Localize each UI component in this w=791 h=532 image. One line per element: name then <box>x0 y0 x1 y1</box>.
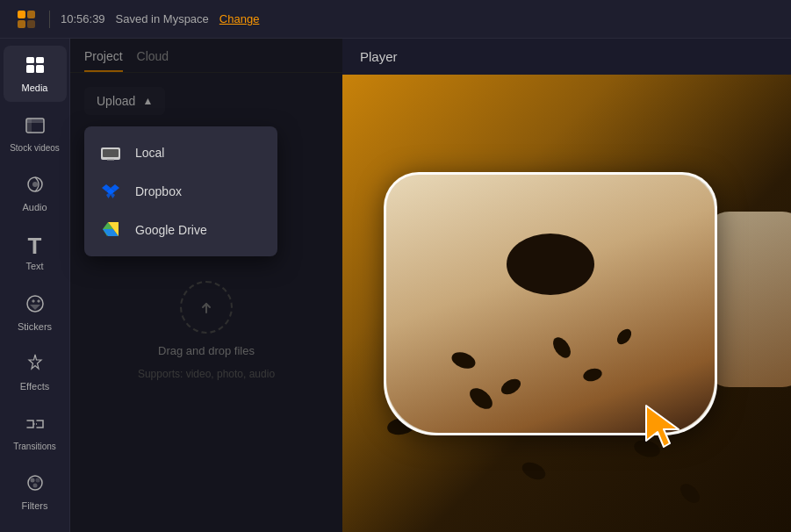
topbar-time: 10:56:39 <box>61 12 105 25</box>
sidebar-label-stickers: Stickers <box>18 321 52 332</box>
coffee-bag-main <box>384 172 717 435</box>
topbar: 10:56:39 Saved in Myspace Change <box>0 0 791 39</box>
audio-icon <box>25 174 46 198</box>
svg-rect-6 <box>26 65 34 73</box>
tab-cloud[interactable]: Cloud <box>137 49 169 72</box>
effects-icon <box>25 353 46 377</box>
player-title: Player <box>342 39 791 75</box>
sidebar-label-effects: Effects <box>20 381 49 392</box>
dropdown-label-dropbox: Dropbox <box>135 184 182 198</box>
drop-upload-icon <box>180 281 233 334</box>
sidebar-label-text: Text <box>25 261 43 271</box>
svg-rect-19 <box>103 149 119 157</box>
coffee-background <box>342 75 791 532</box>
app-logo <box>14 7 39 32</box>
sidebar-label-transitions: Transitions <box>13 442 56 451</box>
stock-videos-icon <box>25 115 46 140</box>
player-area: Player <box>342 39 791 532</box>
dropbox-icon <box>98 183 123 200</box>
topbar-saved-text: Saved in Myspace <box>116 12 209 25</box>
media-panel: Project Cloud Upload ▲ Local <box>70 39 342 532</box>
upload-section: Upload ▲ <box>70 73 342 129</box>
svg-rect-5 <box>36 57 44 63</box>
sidebar: Media Stock videos Audio <box>0 39 70 532</box>
filters-icon <box>25 472 46 497</box>
svg-rect-1 <box>27 11 35 18</box>
upload-arrow-icon: ▲ <box>142 95 153 107</box>
bag-hole <box>507 234 594 295</box>
sidebar-item-audio[interactable]: Audio <box>4 165 67 221</box>
sidebar-label-filters: Filters <box>22 500 48 511</box>
sidebar-item-text[interactable]: T Text <box>4 225 67 281</box>
tab-project[interactable]: Project <box>84 49 123 72</box>
svg-rect-20 <box>107 159 114 161</box>
dropdown-item-google-drive[interactable]: Google Drive <box>84 211 277 249</box>
svg-point-16 <box>35 478 40 483</box>
drop-sub-text: Supports: video, photo, audio <box>138 368 275 380</box>
dropdown-item-local[interactable]: Local <box>84 133 277 172</box>
svg-point-17 <box>32 484 37 488</box>
upload-dropdown: Local Dropbox <box>84 126 277 256</box>
svg-point-14 <box>28 476 42 490</box>
cursor-arrow <box>642 401 686 453</box>
transitions-icon <box>25 413 46 438</box>
google-drive-icon <box>98 221 123 239</box>
svg-marker-21 <box>646 406 679 447</box>
player-viewport <box>342 75 791 532</box>
svg-point-12 <box>32 182 38 187</box>
topbar-change-link[interactable]: Change <box>219 12 260 25</box>
local-icon <box>98 144 123 162</box>
svg-rect-2 <box>18 20 25 28</box>
sidebar-item-transitions[interactable]: Transitions <box>4 404 67 460</box>
dropdown-label-gdrive: Google Drive <box>135 223 207 237</box>
sidebar-label-media: Media <box>22 83 48 93</box>
bag-inner <box>386 175 715 433</box>
svg-rect-10 <box>26 119 32 133</box>
upload-button[interactable]: Upload ▲ <box>84 87 165 115</box>
sidebar-item-filters[interactable]: Filters <box>4 464 67 520</box>
stickers-icon <box>25 293 46 318</box>
svg-rect-0 <box>18 11 25 18</box>
drop-main-text: Drag and drop files <box>158 344 255 357</box>
panel-tabs: Project Cloud <box>70 39 342 73</box>
upload-label: Upload <box>97 94 135 108</box>
sidebar-label-audio: Audio <box>22 202 47 212</box>
svg-rect-3 <box>27 20 35 28</box>
sidebar-item-stickers[interactable]: Stickers <box>4 284 67 341</box>
sidebar-item-effects[interactable]: Effects <box>4 344 67 400</box>
media-icon <box>25 54 46 79</box>
sidebar-label-stock: Stock videos <box>10 143 60 153</box>
svg-rect-4 <box>26 57 34 63</box>
text-icon: T <box>28 234 42 257</box>
svg-rect-7 <box>36 65 44 73</box>
dropdown-item-dropbox[interactable]: Dropbox <box>84 172 277 211</box>
main-content: Media Stock videos Audio <box>0 39 791 532</box>
dropdown-label-local: Local <box>135 146 164 160</box>
sidebar-item-stock-videos[interactable]: Stock videos <box>4 105 67 162</box>
sidebar-item-media[interactable]: Media <box>4 46 67 102</box>
svg-point-15 <box>30 478 34 483</box>
topbar-divider <box>49 11 50 28</box>
